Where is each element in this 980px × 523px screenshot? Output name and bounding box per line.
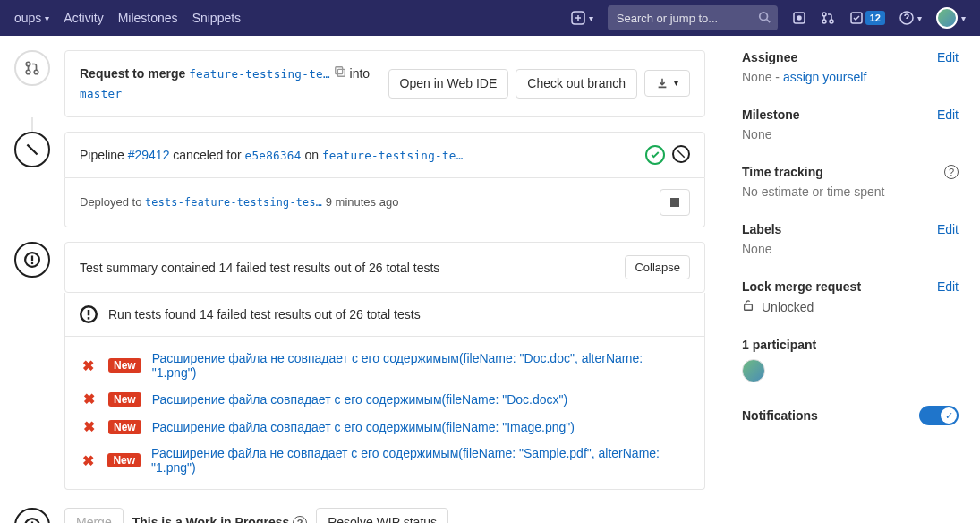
participant-avatar[interactable] bbox=[742, 359, 765, 382]
pipeline-label: Pipeline bbox=[80, 148, 124, 162]
fail-icon: ✖ bbox=[80, 418, 98, 435]
pipeline-canceled-text: canceled for bbox=[173, 148, 241, 162]
assign-yourself-link[interactable]: assign yourself bbox=[783, 70, 866, 84]
nav-mr-icon[interactable] bbox=[821, 11, 835, 25]
fail-icon: ✖ bbox=[80, 452, 97, 469]
nav-milestones[interactable]: Milestones bbox=[118, 11, 178, 25]
target-branch[interactable]: master bbox=[80, 87, 122, 100]
chevron-down-icon: ▾ bbox=[589, 13, 593, 23]
fail-icon: ✖ bbox=[80, 390, 98, 407]
deploy-env[interactable]: tests-feature-testsing-tes… bbox=[145, 196, 322, 209]
notifications-title: Notifications bbox=[742, 408, 818, 423]
svg-rect-20 bbox=[88, 310, 90, 315]
into-label: into bbox=[350, 66, 371, 81]
failed-tests-list[interactable]: ✖NewРасширение файла не совпадает с его … bbox=[65, 336, 704, 489]
stop-environment-button[interactable] bbox=[660, 189, 690, 216]
failed-test-link[interactable]: Расширение файла не совпадает с его соде… bbox=[151, 446, 690, 475]
download-dropdown[interactable]: ▾ bbox=[644, 70, 690, 97]
svg-point-11 bbox=[34, 70, 38, 74]
chevron-down-icon: ▾ bbox=[961, 13, 966, 23]
pipeline-stage-canceled-icon[interactable] bbox=[672, 145, 690, 163]
nav-activity[interactable]: Activity bbox=[64, 11, 103, 25]
search-input[interactable] bbox=[617, 12, 751, 25]
nav-help[interactable]: ▾ bbox=[899, 11, 922, 25]
pipeline-branch[interactable]: feature-testsing-te… bbox=[322, 149, 464, 162]
todo-count: 12 bbox=[865, 11, 885, 25]
participants-text: 1 participant bbox=[742, 338, 959, 352]
svg-point-1 bbox=[760, 12, 768, 20]
help-icon[interactable]: ? bbox=[944, 165, 959, 179]
notifications-toggle[interactable]: ✓ bbox=[919, 406, 959, 425]
run-tests-text: Run tests found 14 failed test results o… bbox=[108, 307, 421, 322]
deploy-time: 9 minutes ago bbox=[326, 195, 399, 209]
merge-button[interactable]: Merge bbox=[64, 508, 124, 523]
failed-test-link[interactable]: Расширение файла не совпадает с его соде… bbox=[152, 351, 690, 380]
search-icon bbox=[758, 11, 771, 26]
pipeline-sha[interactable]: e5e86364 bbox=[245, 149, 302, 162]
svg-point-3 bbox=[797, 16, 801, 20]
labels-title: Labels bbox=[742, 222, 781, 236]
assignee-edit[interactable]: Edit bbox=[937, 50, 959, 64]
assignee-title: Assignee bbox=[742, 50, 797, 64]
main-content: Request to merge feature-testsing-te… in… bbox=[0, 36, 720, 523]
nav-user-menu[interactable]: ▾ bbox=[936, 7, 966, 29]
milestone-title: Milestone bbox=[742, 107, 800, 122]
lock-title: Lock merge request bbox=[742, 279, 861, 294]
pipeline-id[interactable]: #29412 bbox=[128, 148, 170, 162]
svg-point-5 bbox=[822, 20, 826, 23]
nav-todos[interactable]: 12 bbox=[849, 11, 885, 25]
stop-icon bbox=[670, 198, 679, 207]
nav-groups[interactable]: oups ▾ bbox=[14, 11, 49, 25]
nav-plus-button[interactable]: ▾ bbox=[571, 11, 593, 25]
lock-edit[interactable]: Edit bbox=[937, 279, 959, 294]
milestone-edit[interactable]: Edit bbox=[937, 107, 959, 122]
pipeline-stage-success-icon[interactable] bbox=[645, 145, 665, 165]
labels-edit[interactable]: Edit bbox=[937, 222, 959, 236]
new-badge: New bbox=[108, 358, 141, 373]
unlock-icon bbox=[742, 299, 754, 314]
chevron-down-icon: ▾ bbox=[674, 78, 678, 89]
copy-branch-icon[interactable] bbox=[334, 66, 350, 81]
wip-text: This is a Work in Progress ? bbox=[132, 515, 307, 523]
time-tracking-title: Time tracking bbox=[742, 165, 823, 179]
nav-issues-icon[interactable] bbox=[792, 11, 806, 25]
failed-test-link[interactable]: Расширение файла совпадает с его содержи… bbox=[152, 420, 575, 434]
warning-icon bbox=[14, 242, 50, 278]
nav-snippets[interactable]: Snippets bbox=[192, 11, 241, 25]
chevron-down-icon: ▾ bbox=[917, 13, 922, 23]
right-sidebar: Assignee Edit None - assign yourself Mil… bbox=[720, 36, 980, 523]
request-to-merge-label: Request to merge bbox=[80, 66, 185, 81]
milestone-value: None bbox=[742, 127, 959, 141]
checkout-branch-button[interactable]: Check out branch bbox=[516, 69, 637, 99]
svg-rect-25 bbox=[745, 304, 753, 310]
svg-rect-12 bbox=[337, 69, 345, 76]
warning-icon bbox=[14, 508, 50, 523]
check-icon: ✓ bbox=[941, 407, 957, 424]
pipeline-on-text: on bbox=[304, 148, 319, 162]
svg-point-4 bbox=[822, 13, 826, 16]
warning-icon bbox=[80, 305, 98, 323]
assignee-none: None - bbox=[742, 70, 780, 84]
resolve-wip-button[interactable]: Resolve WIP status bbox=[316, 508, 448, 523]
labels-value: None bbox=[742, 242, 959, 256]
svg-rect-14 bbox=[27, 143, 38, 155]
failed-test-row: ✖NewРасширение файла не совпадает с его … bbox=[80, 441, 690, 480]
top-navbar: oups ▾ Activity Milestones Snippets ▾ bbox=[0, 0, 980, 36]
new-badge: New bbox=[108, 420, 141, 434]
svg-rect-15 bbox=[677, 150, 685, 158]
fail-icon: ✖ bbox=[80, 357, 98, 374]
mr-icon bbox=[14, 50, 50, 86]
test-summary-text: Test summary contained 14 failed test re… bbox=[80, 261, 439, 275]
svg-rect-21 bbox=[88, 318, 90, 321]
new-badge: New bbox=[108, 392, 141, 407]
open-web-ide-button[interactable]: Open in Web IDE bbox=[388, 69, 509, 99]
search-box[interactable] bbox=[608, 5, 778, 30]
svg-rect-18 bbox=[31, 262, 33, 264]
failed-test-row: ✖NewРасширение файла совпадает с его сод… bbox=[80, 385, 690, 413]
chevron-down-icon: ▾ bbox=[45, 13, 49, 23]
failed-test-link[interactable]: Расширение файла совпадает с его содержи… bbox=[152, 392, 567, 407]
help-icon[interactable]: ? bbox=[293, 516, 307, 523]
source-branch[interactable]: feature-testsing-te… bbox=[189, 67, 330, 81]
collapse-button[interactable]: Collapse bbox=[625, 255, 690, 280]
svg-rect-17 bbox=[31, 255, 33, 261]
